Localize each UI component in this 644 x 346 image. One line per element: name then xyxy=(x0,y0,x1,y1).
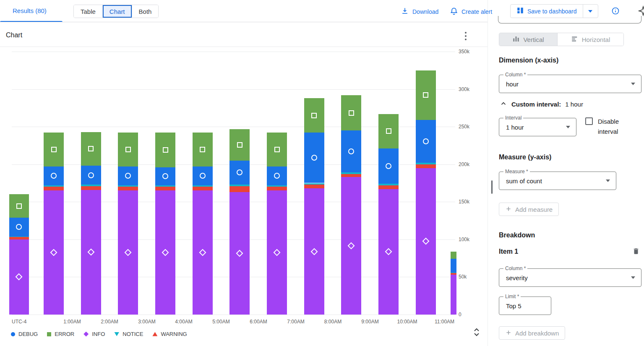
measure-heading: Measure (y-axis) xyxy=(499,153,551,161)
view-toggle-table[interactable]: Table xyxy=(74,5,102,18)
add-breakdown-button[interactable]: Add breakdown xyxy=(499,326,565,340)
x-axis-tick-label: 3:00AM xyxy=(138,319,155,325)
save-options-dropdown[interactable] xyxy=(583,5,598,18)
y-axis-tick-label: 100k xyxy=(459,237,469,242)
bar-segment-notice[interactable] xyxy=(229,185,250,186)
save-to-dashboard-button[interactable]: Save to dashboard xyxy=(511,5,583,18)
breakdown-column-label: Column * xyxy=(503,265,527,271)
legend-item-error[interactable]: ERROR xyxy=(47,331,74,337)
interval-select[interactable]: Interval 1 hour xyxy=(499,118,576,136)
horizontal-orientation-button[interactable]: Horizontal xyxy=(557,33,623,46)
bar-segment-notice[interactable] xyxy=(267,185,287,187)
custom-interval-value: 1 hour xyxy=(565,101,583,108)
square-marker-icon xyxy=(423,92,428,98)
square-marker-icon xyxy=(386,128,391,134)
bar-segment-warning[interactable] xyxy=(44,187,64,190)
plus-icon xyxy=(505,206,512,213)
bar-segment-warning[interactable] xyxy=(341,174,361,177)
bar-segment-notice[interactable] xyxy=(155,185,175,187)
info-icon xyxy=(611,7,620,15)
bar-segment-warning[interactable] xyxy=(81,186,101,190)
vertical-label: Vertical xyxy=(523,36,544,43)
bar-segment-error[interactable] xyxy=(451,252,456,259)
chevron-up-icon xyxy=(500,100,507,109)
bar-segment-notice[interactable] xyxy=(9,237,29,237)
chevron-down-icon xyxy=(606,180,610,182)
x-axis-tick-label: 11:00AM xyxy=(435,319,454,325)
view-toggle-chart[interactable]: Chart xyxy=(102,5,132,18)
breakdown-limit-field[interactable]: Limit * Top 5 xyxy=(499,297,551,315)
horizontal-label: Horizontal xyxy=(582,36,610,43)
bar-segment-warning[interactable] xyxy=(9,237,29,239)
bar-segment-notice[interactable] xyxy=(81,185,101,186)
bar-segment-notice[interactable] xyxy=(451,273,456,273)
dimension-column-select[interactable]: Column * hour xyxy=(499,75,641,93)
bar-segment-notice[interactable] xyxy=(416,163,436,164)
legend-item-info[interactable]: INFO xyxy=(83,331,105,337)
tab-results[interactable]: Results (80) xyxy=(13,7,47,14)
view-toggle-both[interactable]: Both xyxy=(132,5,159,18)
square-marker-icon xyxy=(16,203,22,209)
chart-overflow-menu[interactable] xyxy=(462,32,469,40)
download-button[interactable]: Download xyxy=(401,7,438,16)
unfold-more-icon[interactable] xyxy=(473,328,480,338)
bar-segment-info[interactable] xyxy=(451,275,456,315)
x-axis-tick-label: 1:00AM xyxy=(63,319,81,325)
create-alert-button[interactable]: Create alert xyxy=(450,7,492,16)
legend-item-warning[interactable]: WARNING xyxy=(152,331,187,337)
panel-scrollbar-thumb[interactable] xyxy=(491,180,493,194)
bar-segment-notice[interactable] xyxy=(341,172,361,174)
bar-segment-warning[interactable] xyxy=(118,187,138,190)
bar-segment-warning[interactable] xyxy=(451,273,456,275)
bar-segment-warning[interactable] xyxy=(416,164,436,168)
breakdown-column-select[interactable]: Column * severity xyxy=(499,268,641,287)
circle-marker-icon xyxy=(423,138,429,144)
delete-breakdown-icon[interactable] xyxy=(632,247,640,257)
bar-segment-warning[interactable] xyxy=(155,187,175,190)
clipped-sparkle-button[interactable] xyxy=(638,5,644,16)
legend-item-debug[interactable]: DEBUG xyxy=(11,331,38,337)
circle-marker-icon xyxy=(200,173,206,179)
dimension-column-value: hour xyxy=(506,81,519,88)
bar-segment-warning[interactable] xyxy=(193,187,213,190)
create-alert-label: Create alert xyxy=(461,8,492,15)
square-marker-icon xyxy=(274,147,280,152)
bar-segment-warning[interactable] xyxy=(267,187,287,190)
y-axis-tick-label: 200k xyxy=(459,161,469,167)
download-label: Download xyxy=(412,8,438,15)
dimension-heading: Dimension (x-axis) xyxy=(499,57,558,64)
square-marker-icon xyxy=(237,142,242,148)
y-axis-tick-label: 300k xyxy=(459,86,469,92)
measure-value: sum of count xyxy=(506,177,542,185)
bar-segment-notice[interactable] xyxy=(378,184,399,185)
bar-segment-warning[interactable] xyxy=(229,186,250,192)
toolbar: Results (80) Table Chart Both Download C… xyxy=(0,0,644,22)
circle-marker-icon xyxy=(88,172,94,178)
dot-icon xyxy=(465,32,467,34)
dimension-column-label: Column * xyxy=(503,72,527,78)
measure-select[interactable]: Measure * sum of count xyxy=(499,172,616,190)
custom-interval-collapse[interactable]: Custom interval: 1 hour xyxy=(500,100,583,109)
y-axis-tick-label: 50k xyxy=(459,274,467,280)
add-breakdown-label: Add breakdown xyxy=(515,330,559,337)
bar-segment-notice[interactable] xyxy=(44,185,64,187)
bar-segment-debug[interactable] xyxy=(451,259,456,272)
x-axis-tick-label: UTC-4 xyxy=(12,319,26,325)
dashboard-icon xyxy=(516,7,524,16)
bar-segment-warning[interactable] xyxy=(304,185,324,188)
bar-segment-notice[interactable] xyxy=(304,183,324,185)
horizontal-bars-icon xyxy=(571,35,579,44)
add-measure-button[interactable]: Add measure xyxy=(499,203,559,216)
info-button[interactable] xyxy=(611,7,620,15)
bar-segment-notice[interactable] xyxy=(118,185,138,187)
gridline xyxy=(12,89,455,90)
bar-segment-notice[interactable] xyxy=(193,185,213,187)
legend-item-notice[interactable]: NOTICE xyxy=(114,331,143,337)
chart-legend: DEBUGERRORINFONOTICEWARNING xyxy=(11,331,187,337)
bar-segment-warning[interactable] xyxy=(378,185,399,189)
breakdown-limit-label: Limit * xyxy=(503,294,521,299)
interval-value: 1 hour xyxy=(506,124,524,131)
disable-interval-checkbox[interactable] xyxy=(585,117,593,125)
y-axis-tick-label: 350k xyxy=(459,49,469,55)
vertical-orientation-button[interactable]: Vertical xyxy=(499,33,557,46)
